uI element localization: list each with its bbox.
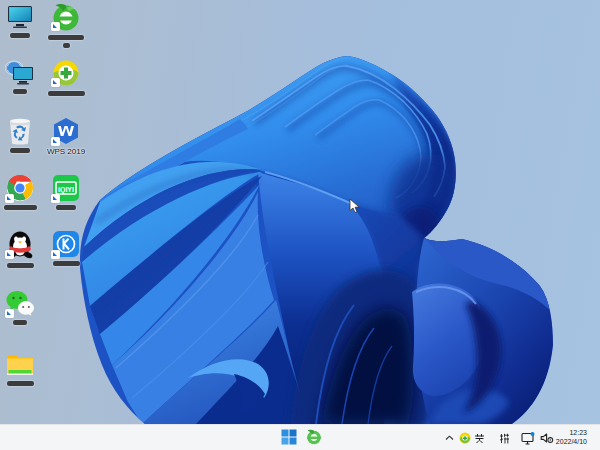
svg-text:iQIYI: iQIYI [58, 186, 74, 194]
